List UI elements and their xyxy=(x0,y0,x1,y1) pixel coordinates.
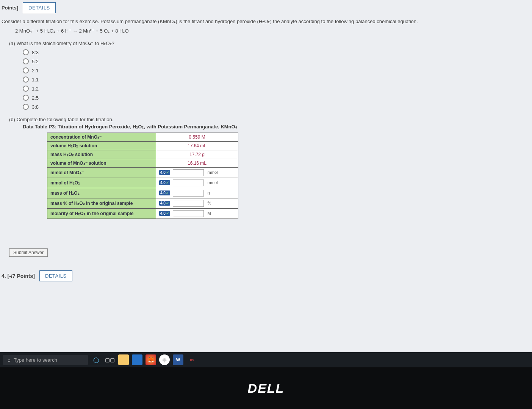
radio-icon xyxy=(23,95,29,101)
word-icon[interactable]: W xyxy=(173,354,183,365)
table-row: mass % of H₂O₂ in the original sample 4.… xyxy=(47,198,238,209)
radio-icon xyxy=(23,49,29,55)
row-value: 17.72 g xyxy=(156,150,238,159)
option-label: 2:1 xyxy=(32,68,39,73)
table-caption: Data Table P3: Titration of Hydrogen Per… xyxy=(23,124,523,130)
laptop-bezel: DELL xyxy=(0,367,532,409)
table-row: volume of MnO₄⁻ solution 16.16 mL xyxy=(47,159,238,168)
row-label: mass H₂O₂ solution xyxy=(47,150,156,159)
dell-logo: DELL xyxy=(248,381,285,396)
option-label: 2:5 xyxy=(32,95,39,101)
marvin-badge-icon[interactable]: 4.0✓ xyxy=(159,180,170,185)
row-label: mass of H₂O₂ xyxy=(47,188,156,198)
submit-answer-button[interactable]: Submit Answer xyxy=(9,248,48,257)
chemical-equation: 2 MnO₄⁻ + 5 H₂O₂ + 6 H⁺ → 2 Mn²⁺ + 5 O₂ … xyxy=(15,28,517,34)
radio-option[interactable]: 2:1 xyxy=(23,67,523,73)
row-label: molarity of H₂O₂ in the original sample xyxy=(47,209,156,219)
marvin-badge-icon[interactable]: 4.0✓ xyxy=(159,201,170,206)
firefox-icon[interactable]: 🦊 xyxy=(146,354,156,365)
points-label: Points] xyxy=(2,5,18,11)
unit-label: % xyxy=(208,201,221,205)
next-points-label: 4. [-/7 Points] xyxy=(2,273,35,279)
file-explorer-icon[interactable] xyxy=(118,354,129,365)
table-row: mass of H₂O₂ 4.0✓ g xyxy=(47,188,238,198)
row-label: mmol of MnO₄⁻ xyxy=(47,168,156,178)
row-value: 0.559 M xyxy=(156,133,238,142)
details-button[interactable]: DETAILS xyxy=(23,2,56,13)
radio-icon xyxy=(23,104,29,110)
answer-cell: 4.0✓ % xyxy=(156,198,238,209)
data-table: concentration of MnO₄⁻ 0.559 M volume H₂… xyxy=(47,133,238,219)
table-row: concentration of MnO₄⁻ 0.559 M xyxy=(47,133,238,142)
details-button[interactable]: DETAILS xyxy=(39,270,72,281)
answer-input[interactable] xyxy=(173,169,204,176)
answer-cell: 4.0✓ M xyxy=(156,209,238,219)
table-row: mmol of H₂O₂ 4.0✓ mmol xyxy=(47,178,238,188)
next-question-header: 4. [-/7 Points] DETAILS xyxy=(0,268,532,284)
row-label: volume of MnO₄⁻ solution xyxy=(47,159,156,168)
answer-cell: 4.0✓ g xyxy=(156,188,238,198)
table-row: volume H₂O₂ solution 17.64 mL xyxy=(47,142,238,150)
answer-input[interactable] xyxy=(173,190,204,197)
answer-input[interactable] xyxy=(173,210,204,217)
table-row: molarity of H₂O₂ in the original sample … xyxy=(47,209,238,219)
option-label: 8:3 xyxy=(32,50,39,55)
row-label: mass % of H₂O₂ in the original sample xyxy=(47,198,156,209)
answer-input[interactable] xyxy=(173,180,204,186)
part-b: (b) Complete the following table for thi… xyxy=(9,117,523,219)
answer-input[interactable] xyxy=(173,200,204,207)
part-a: (a) What is the stoichiometry of MnO₄⁻ t… xyxy=(9,41,523,110)
radio-icon xyxy=(23,58,29,64)
question-header: Points] DETAILS xyxy=(0,0,532,16)
webassign-page: Points] DETAILS Consider a different tit… xyxy=(0,0,532,352)
row-label: mmol of H₂O₂ xyxy=(47,178,156,188)
radio-icon xyxy=(23,76,29,83)
option-label: 3:8 xyxy=(32,104,39,110)
part-a-prompt: (a) What is the stoichiometry of MnO₄⁻ t… xyxy=(9,41,523,46)
row-value: 16.16 mL xyxy=(156,159,238,168)
app-icon[interactable]: ∞ xyxy=(186,354,197,365)
part-b-prompt: (b) Complete the following table for thi… xyxy=(9,117,523,122)
row-label: volume H₂O₂ solution xyxy=(47,142,156,150)
radio-option[interactable]: 5:2 xyxy=(23,58,523,64)
row-label: concentration of MnO₄⁻ xyxy=(47,133,156,142)
question-stem: Consider a different titration for this … xyxy=(2,19,530,24)
radio-option[interactable]: 8:3 xyxy=(23,49,523,55)
radio-option[interactable]: 1:2 xyxy=(23,86,523,92)
marvin-badge-icon[interactable]: 4.0✓ xyxy=(159,211,170,216)
unit-label: M xyxy=(208,211,221,215)
taskbar-search[interactable]: ⌕ Type here to search xyxy=(3,355,88,365)
marvin-badge-icon[interactable]: 4.0✓ xyxy=(159,170,170,175)
answer-cell: 4.0✓ mmol xyxy=(156,168,238,178)
unit-label: g xyxy=(208,190,221,195)
marvin-badge-icon[interactable]: 4.0✓ xyxy=(159,190,170,195)
table-row: mmol of MnO₄⁻ 4.0✓ mmol xyxy=(47,168,238,178)
unit-label: mmol xyxy=(208,170,221,175)
radio-option-list: 8:3 5:2 2:1 1:1 1:2 2:5 xyxy=(23,49,523,110)
option-label: 5:2 xyxy=(32,59,39,64)
search-icon: ⌕ xyxy=(8,357,11,363)
radio-option[interactable]: 3:8 xyxy=(23,104,523,110)
store-icon[interactable] xyxy=(132,354,142,365)
windows-taskbar[interactable]: ⌕ Type here to search ◯ ▢▢ 🦊 ◉ W ∞ xyxy=(0,352,532,367)
task-view-icon[interactable]: ▢▢ xyxy=(105,354,115,365)
cortana-icon[interactable]: ◯ xyxy=(91,354,102,365)
radio-option[interactable]: 2:5 xyxy=(23,95,523,101)
radio-option[interactable]: 1:1 xyxy=(23,76,523,83)
unit-label: mmol xyxy=(208,180,221,185)
chrome-icon[interactable]: ◉ xyxy=(159,354,170,365)
table-row: mass H₂O₂ solution 17.72 g xyxy=(47,150,238,159)
row-value: 17.64 mL xyxy=(156,142,238,150)
radio-icon xyxy=(23,86,29,92)
option-label: 1:2 xyxy=(32,86,39,92)
search-placeholder: Type here to search xyxy=(14,357,57,363)
radio-icon xyxy=(23,67,29,73)
option-label: 1:1 xyxy=(32,77,39,83)
answer-cell: 4.0✓ mmol xyxy=(156,178,238,188)
